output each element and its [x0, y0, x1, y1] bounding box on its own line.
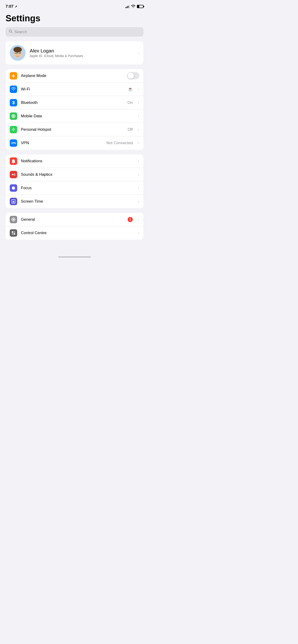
location-icon: ↗: [15, 5, 17, 8]
focus-icon: [10, 184, 17, 192]
svg-point-14: [17, 54, 18, 55]
general-chevron: ›: [138, 217, 139, 222]
notifications-section: Notifications › Sounds & Haptics › Focus: [6, 154, 143, 208]
general-icon: [10, 216, 17, 223]
search-bar[interactable]: Search: [6, 27, 143, 37]
general-badge: 1: [128, 217, 133, 222]
mobile-data-chevron: ›: [138, 114, 139, 118]
home-bar: [58, 256, 91, 258]
wifi-value: ☕: [128, 87, 133, 92]
home-indicator: [0, 254, 149, 260]
svg-rect-28: [12, 231, 14, 233]
svg-point-10: [19, 52, 20, 53]
bluetooth-icon: [10, 99, 17, 106]
screen-time-label: Screen Time: [21, 199, 134, 204]
screen-time-icon: [10, 198, 17, 205]
page-title: Settings: [0, 12, 149, 27]
svg-rect-31: [14, 233, 15, 235]
sounds-haptics-icon: [10, 171, 17, 178]
profile-info: Alex Logan Apple ID, iCloud, Media & Pur…: [30, 48, 134, 58]
search-placeholder: Search: [15, 30, 27, 34]
svg-point-9: [16, 52, 17, 53]
bluetooth-label: Bluetooth: [21, 100, 124, 105]
profile-row[interactable]: Alex Logan Apple ID, iCloud, Media & Pur…: [6, 41, 143, 64]
sounds-haptics-label: Sounds & Haptics: [21, 172, 134, 177]
signal-icon: [125, 5, 130, 8]
svg-point-4: [15, 47, 21, 51]
svg-point-6: [21, 52, 23, 55]
profile-chevron: ›: [138, 50, 139, 56]
status-time: 7:07 ↗: [6, 4, 17, 9]
sounds-haptics-row[interactable]: Sounds & Haptics ›: [6, 168, 143, 181]
notifications-chevron: ›: [138, 158, 139, 164]
airplane-mode-icon: [10, 72, 17, 80]
personal-hotspot-chevron: ›: [138, 127, 139, 132]
general-label: General: [21, 217, 124, 222]
wifi-icon: [10, 86, 17, 93]
profile-subtitle: Apple ID, iCloud, Media & Purchases: [30, 54, 134, 58]
svg-marker-20: [12, 174, 12, 175]
wifi-chevron: ›: [138, 87, 139, 92]
vpn-label: VPN: [21, 141, 103, 145]
sounds-haptics-chevron: ›: [138, 172, 139, 177]
avatar: [10, 45, 26, 61]
bluetooth-value: On: [127, 100, 133, 105]
bluetooth-chevron: ›: [138, 100, 139, 105]
vpn-chevron: ›: [138, 141, 139, 146]
vpn-value: Not Connected: [107, 141, 133, 145]
mobile-data-label: Mobile Data: [21, 114, 134, 118]
control-centre-row[interactable]: Control Centre ›: [6, 226, 143, 240]
airplane-mode-row[interactable]: Airplane Mode: [6, 69, 143, 82]
focus-chevron: ›: [138, 186, 139, 190]
vpn-icon: VPN: [10, 139, 17, 147]
mobile-data-icon: [10, 112, 17, 120]
airplane-mode-label: Airplane Mode: [21, 74, 123, 78]
search-icon: [9, 30, 13, 34]
focus-label: Focus: [21, 186, 134, 190]
general-row[interactable]: General 1 ›: [6, 213, 143, 226]
control-centre-icon: [10, 229, 17, 237]
screen-time-chevron: ›: [138, 199, 139, 204]
notifications-icon: [10, 158, 17, 165]
general-section: General 1 › Control Centre ›: [6, 213, 143, 240]
wifi-label: Wi-Fi: [21, 87, 124, 92]
battery-icon: [137, 5, 143, 8]
screen-time-row[interactable]: Screen Time ›: [6, 195, 143, 208]
focus-row[interactable]: Focus ›: [6, 181, 143, 195]
airplane-mode-toggle[interactable]: [127, 72, 139, 79]
svg-point-17: [13, 130, 14, 131]
personal-hotspot-icon: [10, 126, 17, 133]
profile-name: Alex Logan: [30, 48, 134, 54]
svg-marker-19: [12, 174, 14, 175]
personal-hotspot-row[interactable]: Personal Hotspot Off ›: [6, 123, 143, 136]
status-icons: [125, 5, 143, 8]
notifications-row[interactable]: Notifications ›: [6, 154, 143, 168]
control-centre-chevron: ›: [138, 231, 139, 236]
mobile-data-row[interactable]: Mobile Data ›: [6, 110, 143, 123]
svg-point-5: [13, 52, 15, 55]
bluetooth-row[interactable]: Bluetooth On ›: [6, 96, 143, 110]
svg-rect-29: [14, 231, 15, 233]
wifi-row[interactable]: Wi-Fi ☕ ›: [6, 82, 143, 96]
status-bar: 7:07 ↗: [0, 0, 149, 12]
control-centre-label: Control Centre: [21, 231, 134, 235]
personal-hotspot-label: Personal Hotspot: [21, 127, 124, 132]
vpn-row[interactable]: VPN VPN Not Connected ›: [6, 136, 143, 150]
connectivity-section: Airplane Mode Wi-Fi ☕ › Bluetooth On ›: [6, 69, 143, 150]
personal-hotspot-value: Off: [128, 127, 133, 132]
profile-card[interactable]: Alex Logan Apple ID, iCloud, Media & Pur…: [6, 41, 143, 64]
notifications-label: Notifications: [21, 159, 134, 164]
wifi-status-icon: [131, 5, 135, 8]
svg-rect-30: [12, 233, 14, 235]
